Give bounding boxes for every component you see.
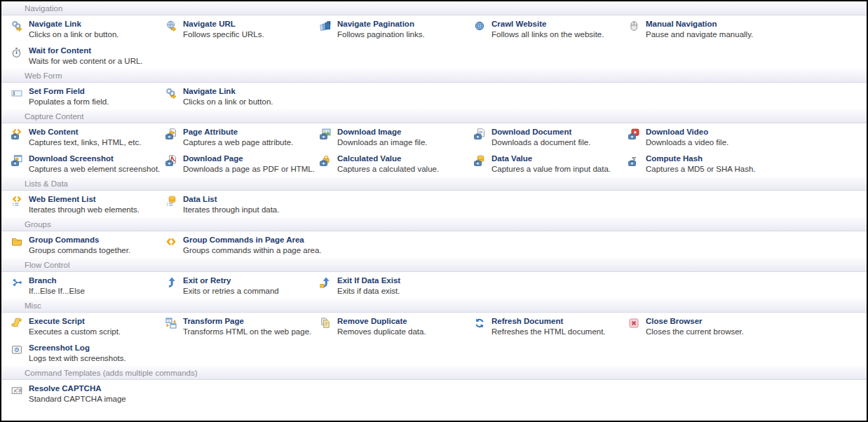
command-item-wait-for-content[interactable]: Wait for Content Waits for web content o… [7, 42, 161, 69]
command-item-data-value[interactable]: Data Value Captures a value from input d… [470, 150, 624, 177]
command-section: Lists & Data Web Element List Iterates t… [1, 177, 867, 217]
command-item-page-attribute[interactable]: Page Attribute Captures a web page attri… [161, 123, 316, 150]
command-item-transform-page[interactable]: Transform Page Transforms HTML on the we… [161, 313, 316, 339]
command-description: Logs text with screenshots. [29, 353, 126, 364]
script-scroll-icon [11, 318, 22, 329]
command-item-close-browser[interactable]: Close Browser Closes the current browser… [624, 313, 867, 339]
command-description: Exits or retries a command [183, 286, 279, 297]
command-title: Execute Script [29, 316, 121, 327]
pagination-icon [320, 20, 331, 32]
command-item-refresh-document[interactable]: Refresh Document Refreshes the HTML docu… [470, 313, 624, 339]
command-item-branch[interactable]: Branch If...Else If...Else [7, 272, 161, 299]
command-title: Download Page [183, 154, 315, 164]
section-header-navigation: Navigation [1, 1, 867, 15]
command-title: Exit or Retry [183, 275, 279, 286]
command-title: Screenshot Log [29, 343, 126, 353]
command-item-exit-if-data-exist[interactable]: Exit If Data Exist Exits if data exist. [316, 272, 470, 299]
page-attribute-camera-icon [165, 128, 177, 139]
command-section: Misc Execute Script Executes a custom sc… [1, 299, 867, 366]
close-red-icon [628, 318, 639, 329]
section-header-capture-content: Capture Content [1, 109, 867, 123]
command-item-crawl-website[interactable]: Crawl Website Follows all links on the w… [470, 15, 624, 42]
command-title: Web Content [29, 127, 141, 137]
video-camera-icon [628, 128, 639, 139]
command-description: Downloads a page as PDF or HTML. [183, 164, 315, 175]
command-description: Executes a custom script. [29, 327, 121, 337]
crawl-globe-icon [474, 20, 485, 32]
command-section: Web Form Set Form Field Populates a form… [1, 69, 867, 109]
command-description: Exits if data exist. [337, 286, 400, 297]
command-item-screenshot-log[interactable]: Screenshot Log Logs text with screenshot… [7, 339, 161, 366]
command-item-group-commands-in-page-area[interactable]: Group Commands in Page Area Groups comma… [161, 231, 316, 258]
command-section: Navigation Navigate Link Clicks on a lin… [1, 1, 867, 69]
command-description: Downloads an image file. [337, 137, 428, 148]
mouse-icon [628, 20, 639, 32]
pdf-camera-icon [165, 155, 177, 166]
form-field-icon [11, 88, 22, 99]
command-title: Navigate URL [183, 19, 264, 29]
screenshot-camera-icon [11, 155, 22, 166]
command-description: Waits for web content or a URL. [29, 56, 143, 67]
section-items: Branch If...Else If...Else Exit or Retry… [1, 272, 867, 299]
command-description: Groups commands together. [29, 245, 130, 256]
command-item-download-document[interactable]: Download Document Downloads a document f… [470, 123, 624, 150]
screenshot-log-icon [11, 344, 22, 355]
chevrons-list-icon [11, 196, 22, 207]
command-title: Wait for Content [29, 46, 143, 56]
command-title: Data Value [491, 154, 611, 164]
command-item-set-form-field[interactable]: Set Form Field Populates a form field. [7, 83, 161, 109]
command-item-exit-or-retry[interactable]: Exit or Retry Exits or retries a command [161, 272, 316, 299]
command-item-compute-hash[interactable]: Σ Compute Hash Captures a MD5 or SHA Has… [624, 150, 867, 177]
captcha-icon: iC8 [11, 385, 22, 396]
command-title: Download Document [491, 127, 590, 137]
duplicate-pages-icon [320, 318, 331, 329]
command-description: Follows specific URLs. [183, 29, 264, 40]
command-description: Downloads a video file. [646, 137, 728, 148]
command-description: Captures a MD5 or SHA Hash. [646, 164, 756, 175]
command-description: Populates a form field. [29, 97, 109, 107]
command-item-navigate-url[interactable]: Navigate URL Follows specific URLs. [161, 15, 316, 42]
command-item-navigate-pagination[interactable]: Navigate Pagination Follows pagination l… [316, 15, 470, 42]
command-item-web-element-list[interactable]: Web Element List Iterates through web el… [7, 191, 161, 217]
command-description: Standard CAPTCHA image [29, 394, 126, 404]
exit-retry-arrow-icon [165, 277, 177, 288]
command-description: Captures a web element screenshot. [29, 164, 160, 175]
command-title: Remove Duplicate [337, 316, 426, 327]
command-item-download-video[interactable]: Download Video Downloads a video file. [624, 123, 867, 150]
command-description: Captures a web page attribute. [183, 137, 293, 148]
command-item-data-list[interactable]: Data List Iterates through input data. [161, 191, 316, 217]
command-item-calculated-value[interactable]: Calculated Value Captures a calculated v… [316, 150, 470, 177]
command-description: Follows pagination links. [337, 29, 425, 40]
section-header-command-templates-adds-multiple-commands: Command Templates (adds multiple command… [1, 366, 867, 380]
sigma-camera-icon: Σ [628, 155, 639, 166]
chevrons-icon [165, 236, 177, 247]
command-item-download-page[interactable]: Download Page Downloads a page as PDF or… [161, 150, 316, 177]
command-item-remove-duplicate[interactable]: Remove Duplicate Removes duplicate data. [316, 313, 470, 339]
database-list-icon [165, 196, 177, 207]
command-description: Downloads a document file. [491, 137, 590, 148]
command-section: Command Templates (adds multiple command… [1, 366, 867, 407]
command-item-web-content[interactable]: Web Content Captures text, links, HTML, … [7, 123, 161, 150]
command-item-resolve-captcha[interactable]: iC8 Resolve CAPTCHA Standard CAPTCHA ima… [7, 380, 161, 407]
command-item-execute-script[interactable]: Execute Script Executes a custom script. [7, 313, 161, 339]
command-item-download-screenshot[interactable]: Download Screenshot Captures a web eleme… [7, 150, 161, 177]
command-item-group-commands[interactable]: Group Commands Groups commands together. [7, 231, 161, 258]
document-camera-icon [474, 128, 485, 139]
section-header-web-form: Web Form [1, 69, 867, 83]
command-item-manual-navigation[interactable]: Manual Navigation Pause and navigate man… [624, 15, 867, 42]
command-section: Flow Control Branch If...Else If...Else … [1, 258, 867, 299]
image-camera-icon [320, 128, 331, 139]
command-section: Capture Content Web Content Captures tex… [1, 109, 867, 177]
section-items: Group Commands Groups commands together.… [1, 231, 867, 258]
command-item-navigate-link[interactable]: Navigate Link Clicks on a link or button… [7, 15, 161, 42]
command-description: If...Else If...Else [29, 286, 85, 297]
command-title: Page Attribute [183, 127, 293, 137]
command-title: Refresh Document [491, 316, 606, 327]
command-title: Download Screenshot [29, 154, 160, 164]
section-items: Web Content Captures text, links, HTML, … [1, 123, 867, 177]
command-item-download-image[interactable]: Download Image Downloads an image file. [316, 123, 470, 150]
command-title: Navigate Link [29, 19, 118, 29]
command-description: Removes duplicate data. [337, 327, 426, 337]
command-description: Iterates through web elements. [29, 205, 140, 215]
command-item-navigate-link[interactable]: Navigate Link Clicks on a link or button… [161, 83, 316, 109]
